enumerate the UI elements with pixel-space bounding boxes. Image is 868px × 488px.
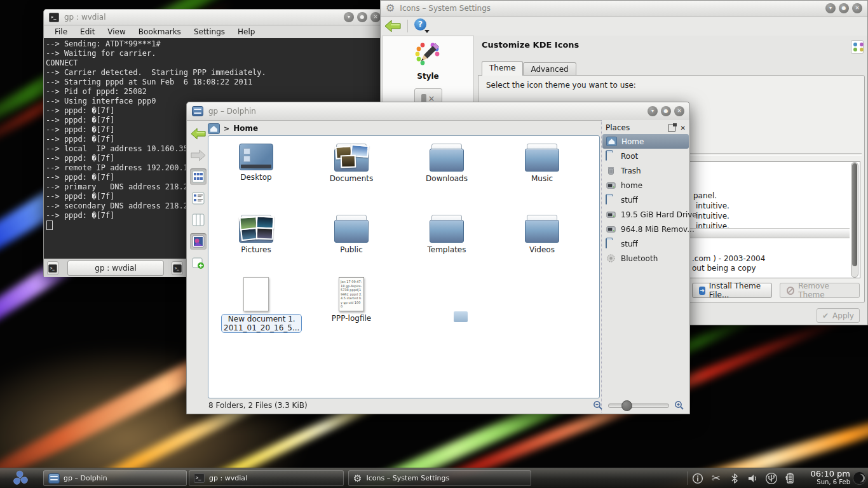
menu-help[interactable]: Help (238, 27, 255, 36)
tab-list-button[interactable]: >_ (172, 261, 183, 275)
folder-pictures[interactable]: Pictures (221, 215, 291, 254)
places-item-trash[interactable]: Trash (602, 163, 689, 178)
close-button[interactable]: ✕ (674, 106, 684, 116)
close-button[interactable]: ✕ (370, 12, 381, 22)
notifications-icon[interactable] (691, 472, 704, 485)
install-theme-button[interactable]: ➜ Install Theme File... (692, 283, 772, 298)
home-icon[interactable] (208, 123, 220, 134)
maximize-button[interactable]: ● (839, 3, 849, 13)
back-icon (191, 128, 206, 140)
klipper-scissors-icon[interactable]: ✂ (710, 472, 722, 485)
places-item-removable[interactable]: 964.8 MiB Remov... (602, 222, 689, 236)
apply-button[interactable]: ✔ Apply (817, 308, 860, 323)
maximize-button[interactable]: ● (357, 12, 367, 22)
details-view-button[interactable] (190, 190, 207, 207)
list-scrollbar[interactable] (851, 162, 858, 278)
file-manager-icon (48, 473, 60, 484)
tab-advanced[interactable]: Advanced (523, 62, 576, 76)
places-item-hard-drive[interactable]: 19.5 GiB Hard Drive (602, 207, 689, 222)
trash-icon (606, 166, 616, 175)
folder-documents[interactable]: Documents (316, 144, 386, 183)
checkmark-icon: ✔ (822, 311, 829, 320)
clock[interactable]: 06:10 pm Sun, 6 Feb (804, 470, 850, 486)
application-launcher-button[interactable] (0, 468, 41, 488)
drive-icon (606, 224, 616, 234)
file-new-document[interactable]: New document 1.2011_01_20_16_5... (221, 277, 291, 333)
detach-panel-icon[interactable] (668, 125, 675, 132)
terminal-tab[interactable]: gp : wvdial (67, 261, 164, 276)
zoom-in-icon[interactable] (674, 400, 684, 410)
volume-icon[interactable] (747, 472, 759, 485)
columns-view-button[interactable] (190, 212, 207, 228)
folder-downloads[interactable]: Downloads (412, 144, 482, 183)
back-icon[interactable] (384, 20, 401, 32)
folder-view[interactable]: Desktop Documents Downloads Music (208, 135, 600, 398)
places-item-home[interactable]: Home (602, 134, 689, 149)
theme-credit-fragment: .com ) - 2003-2004 (692, 254, 765, 263)
folder-icon (525, 144, 559, 172)
folder-music[interactable]: Music (507, 144, 577, 183)
menu-edit[interactable]: Edit (80, 27, 95, 36)
minimize-button[interactable]: ▾ (648, 106, 658, 116)
preview-button[interactable] (190, 233, 207, 250)
folder-videos[interactable]: Videos (507, 215, 577, 254)
settings-titlebar[interactable]: ⚙ Icons – System Settings ▾ ● ✕ (381, 1, 867, 17)
maximize-button[interactable]: ● (661, 106, 671, 116)
folder-desktop[interactable]: Desktop (221, 144, 291, 182)
taskbar: gp – Dolphin >_ gp : wvdial ⚙ Icons – Sy… (0, 468, 868, 488)
zoom-slider-handle[interactable] (621, 400, 632, 411)
remove-theme-button[interactable]: Remove Theme (780, 283, 860, 298)
terminal-menubar: File Edit View Bookmarks Settings Help (44, 25, 386, 38)
scrollbar-thumb[interactable] (852, 163, 857, 266)
minimize-button[interactable]: ▾ (344, 12, 354, 22)
menu-file[interactable]: File (55, 27, 67, 36)
places-item-root[interactable]: Root (602, 149, 689, 163)
task-dolphin[interactable]: gp – Dolphin (43, 470, 187, 486)
battery-monitor-icon[interactable] (783, 472, 796, 485)
split-view-button[interactable] (190, 255, 207, 271)
back-button[interactable] (190, 125, 207, 142)
device-notifier-usb-icon[interactable] (765, 472, 778, 485)
places-item-home-drive[interactable]: home (602, 178, 689, 193)
zoom-slider[interactable] (608, 403, 669, 408)
folder-templates[interactable]: Templates (412, 215, 482, 254)
terminal-cursor (46, 220, 53, 230)
gear-icon: ⚙ (353, 473, 362, 484)
icons-view-icon (192, 170, 205, 183)
theme-description-fragment: intuitive. (696, 212, 729, 220)
places-item-stuff[interactable]: stuff (602, 193, 689, 207)
close-button[interactable]: ✕ (852, 3, 862, 13)
new-tab-button[interactable]: >_ (47, 261, 58, 275)
folder-public[interactable]: Public (316, 215, 386, 254)
documents-folder-icon (334, 144, 369, 172)
terminal-icon: >_ (173, 264, 182, 273)
task-wvdial[interactable]: >_ gp : wvdial (189, 470, 344, 486)
zoom-out-icon[interactable] (593, 400, 603, 410)
close-panel-icon[interactable]: ✕ (681, 125, 686, 132)
dolphin-statusbar: 8 Folders, 2 Files (3.3 KiB) (187, 397, 689, 414)
places-item-bluetooth[interactable]: Bluetooth (602, 251, 689, 266)
menu-settings[interactable]: Settings (194, 27, 225, 36)
clock-time: 06:10 pm (804, 470, 850, 478)
dolphin-window: gp – Dolphin ▾ ● ✕ > Home (186, 102, 690, 414)
bluetooth-icon[interactable] (728, 472, 741, 485)
text-file-preview-icon: Jan 17 09:47:18 gp-Aspire-5738 pppd[1946… (339, 277, 364, 311)
sidebar-item-style[interactable]: Style (383, 40, 473, 81)
menu-view[interactable]: View (107, 27, 125, 36)
minimize-button[interactable]: ▾ (825, 3, 836, 13)
preview-icon (192, 235, 205, 248)
dolphin-titlebar[interactable]: gp – Dolphin ▾ ● ✕ (187, 102, 689, 121)
panel-cashew-icon[interactable] (852, 471, 867, 485)
overview-icon[interactable] (851, 40, 864, 54)
menu-bookmarks[interactable]: Bookmarks (139, 27, 181, 36)
places-panel: Places ✕ Home Root (601, 120, 689, 412)
breadcrumb-location[interactable]: Home (233, 124, 258, 133)
terminal-titlebar[interactable]: >_ gp : wvdial ▾ ● ✕ (44, 10, 386, 25)
help-button[interactable]: ? (414, 18, 430, 34)
file-ppp-logfile[interactable]: Jan 17 09:47:18 gp-Aspire-5738 pppd[1946… (316, 277, 386, 323)
places-item-stuff-2[interactable]: stuff (602, 236, 689, 251)
tab-theme[interactable]: Theme (482, 61, 523, 76)
icons-view-button[interactable] (190, 168, 207, 185)
forward-button[interactable] (190, 147, 207, 163)
task-system-settings[interactable]: ⚙ Icons – System Settings (348, 470, 531, 486)
